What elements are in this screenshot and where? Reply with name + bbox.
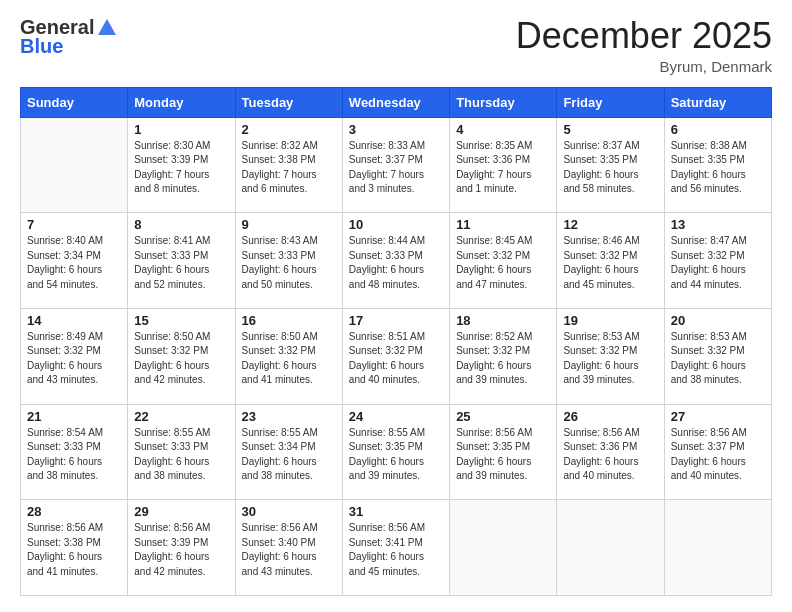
cell-info: Sunrise: 8:56 AMSunset: 3:37 PMDaylight:…: [671, 426, 765, 484]
day-number: 19: [563, 313, 657, 328]
cell-info: Sunrise: 8:46 AMSunset: 3:32 PMDaylight:…: [563, 234, 657, 292]
calendar-cell: 31Sunrise: 8:56 AMSunset: 3:41 PMDayligh…: [342, 500, 449, 596]
day-number: 16: [242, 313, 336, 328]
col-header-friday: Friday: [557, 87, 664, 117]
day-number: 1: [134, 122, 228, 137]
week-row: 7Sunrise: 8:40 AMSunset: 3:34 PMDaylight…: [21, 213, 772, 309]
col-header-sunday: Sunday: [21, 87, 128, 117]
cell-info: Sunrise: 8:43 AMSunset: 3:33 PMDaylight:…: [242, 234, 336, 292]
week-row: 21Sunrise: 8:54 AMSunset: 3:33 PMDayligh…: [21, 404, 772, 500]
cell-info: Sunrise: 8:53 AMSunset: 3:32 PMDaylight:…: [563, 330, 657, 388]
cell-info: Sunrise: 8:55 AMSunset: 3:33 PMDaylight:…: [134, 426, 228, 484]
day-number: 30: [242, 504, 336, 519]
calendar-cell: 14Sunrise: 8:49 AMSunset: 3:32 PMDayligh…: [21, 308, 128, 404]
calendar-cell: 13Sunrise: 8:47 AMSunset: 3:32 PMDayligh…: [664, 213, 771, 309]
day-number: 14: [27, 313, 121, 328]
cell-info: Sunrise: 8:30 AMSunset: 3:39 PMDaylight:…: [134, 139, 228, 197]
day-number: 2: [242, 122, 336, 137]
header-row: SundayMondayTuesdayWednesdayThursdayFrid…: [21, 87, 772, 117]
cell-info: Sunrise: 8:32 AMSunset: 3:38 PMDaylight:…: [242, 139, 336, 197]
calendar-cell: 27Sunrise: 8:56 AMSunset: 3:37 PMDayligh…: [664, 404, 771, 500]
month-title: December 2025: [516, 16, 772, 56]
calendar-cell: [21, 117, 128, 213]
cell-info: Sunrise: 8:49 AMSunset: 3:32 PMDaylight:…: [27, 330, 121, 388]
day-number: 8: [134, 217, 228, 232]
calendar-cell: 21Sunrise: 8:54 AMSunset: 3:33 PMDayligh…: [21, 404, 128, 500]
cell-info: Sunrise: 8:45 AMSunset: 3:32 PMDaylight:…: [456, 234, 550, 292]
calendar-cell: 6Sunrise: 8:38 AMSunset: 3:35 PMDaylight…: [664, 117, 771, 213]
cell-info: Sunrise: 8:55 AMSunset: 3:35 PMDaylight:…: [349, 426, 443, 484]
col-header-monday: Monday: [128, 87, 235, 117]
cell-info: Sunrise: 8:52 AMSunset: 3:32 PMDaylight:…: [456, 330, 550, 388]
day-number: 11: [456, 217, 550, 232]
calendar-cell: 22Sunrise: 8:55 AMSunset: 3:33 PMDayligh…: [128, 404, 235, 500]
col-header-tuesday: Tuesday: [235, 87, 342, 117]
calendar-cell: 4Sunrise: 8:35 AMSunset: 3:36 PMDaylight…: [450, 117, 557, 213]
cell-info: Sunrise: 8:51 AMSunset: 3:32 PMDaylight:…: [349, 330, 443, 388]
calendar-cell: 2Sunrise: 8:32 AMSunset: 3:38 PMDaylight…: [235, 117, 342, 213]
cell-info: Sunrise: 8:56 AMSunset: 3:39 PMDaylight:…: [134, 521, 228, 579]
cell-info: Sunrise: 8:56 AMSunset: 3:36 PMDaylight:…: [563, 426, 657, 484]
day-number: 13: [671, 217, 765, 232]
calendar-cell: [450, 500, 557, 596]
day-number: 17: [349, 313, 443, 328]
day-number: 4: [456, 122, 550, 137]
calendar-cell: 30Sunrise: 8:56 AMSunset: 3:40 PMDayligh…: [235, 500, 342, 596]
calendar-cell: 11Sunrise: 8:45 AMSunset: 3:32 PMDayligh…: [450, 213, 557, 309]
day-number: 21: [27, 409, 121, 424]
calendar-cell: 20Sunrise: 8:53 AMSunset: 3:32 PMDayligh…: [664, 308, 771, 404]
week-row: 28Sunrise: 8:56 AMSunset: 3:38 PMDayligh…: [21, 500, 772, 596]
col-header-thursday: Thursday: [450, 87, 557, 117]
cell-info: Sunrise: 8:41 AMSunset: 3:33 PMDaylight:…: [134, 234, 228, 292]
week-row: 1Sunrise: 8:30 AMSunset: 3:39 PMDaylight…: [21, 117, 772, 213]
day-number: 15: [134, 313, 228, 328]
day-number: 9: [242, 217, 336, 232]
cell-info: Sunrise: 8:38 AMSunset: 3:35 PMDaylight:…: [671, 139, 765, 197]
header: General Blue December 2025 Byrum, Denmar…: [20, 16, 772, 75]
cell-info: Sunrise: 8:50 AMSunset: 3:32 PMDaylight:…: [134, 330, 228, 388]
cell-info: Sunrise: 8:33 AMSunset: 3:37 PMDaylight:…: [349, 139, 443, 197]
cell-info: Sunrise: 8:53 AMSunset: 3:32 PMDaylight:…: [671, 330, 765, 388]
calendar-cell: 9Sunrise: 8:43 AMSunset: 3:33 PMDaylight…: [235, 213, 342, 309]
col-header-saturday: Saturday: [664, 87, 771, 117]
location: Byrum, Denmark: [516, 58, 772, 75]
logo-blue: Blue: [20, 35, 63, 58]
calendar-cell: 15Sunrise: 8:50 AMSunset: 3:32 PMDayligh…: [128, 308, 235, 404]
cell-info: Sunrise: 8:54 AMSunset: 3:33 PMDaylight:…: [27, 426, 121, 484]
calendar-cell: 1Sunrise: 8:30 AMSunset: 3:39 PMDaylight…: [128, 117, 235, 213]
cell-info: Sunrise: 8:37 AMSunset: 3:35 PMDaylight:…: [563, 139, 657, 197]
calendar-cell: 19Sunrise: 8:53 AMSunset: 3:32 PMDayligh…: [557, 308, 664, 404]
cell-info: Sunrise: 8:47 AMSunset: 3:32 PMDaylight:…: [671, 234, 765, 292]
calendar-cell: 24Sunrise: 8:55 AMSunset: 3:35 PMDayligh…: [342, 404, 449, 500]
col-header-wednesday: Wednesday: [342, 87, 449, 117]
calendar-cell: 26Sunrise: 8:56 AMSunset: 3:36 PMDayligh…: [557, 404, 664, 500]
calendar-cell: 10Sunrise: 8:44 AMSunset: 3:33 PMDayligh…: [342, 213, 449, 309]
day-number: 26: [563, 409, 657, 424]
calendar-cell: 25Sunrise: 8:56 AMSunset: 3:35 PMDayligh…: [450, 404, 557, 500]
cell-info: Sunrise: 8:56 AMSunset: 3:40 PMDaylight:…: [242, 521, 336, 579]
cell-info: Sunrise: 8:56 AMSunset: 3:41 PMDaylight:…: [349, 521, 443, 579]
day-number: 5: [563, 122, 657, 137]
day-number: 7: [27, 217, 121, 232]
day-number: 18: [456, 313, 550, 328]
cell-info: Sunrise: 8:40 AMSunset: 3:34 PMDaylight:…: [27, 234, 121, 292]
cell-info: Sunrise: 8:56 AMSunset: 3:38 PMDaylight:…: [27, 521, 121, 579]
day-number: 31: [349, 504, 443, 519]
cell-info: Sunrise: 8:55 AMSunset: 3:34 PMDaylight:…: [242, 426, 336, 484]
day-number: 20: [671, 313, 765, 328]
calendar-cell: 7Sunrise: 8:40 AMSunset: 3:34 PMDaylight…: [21, 213, 128, 309]
calendar-cell: 16Sunrise: 8:50 AMSunset: 3:32 PMDayligh…: [235, 308, 342, 404]
day-number: 10: [349, 217, 443, 232]
calendar-cell: 29Sunrise: 8:56 AMSunset: 3:39 PMDayligh…: [128, 500, 235, 596]
day-number: 22: [134, 409, 228, 424]
day-number: 27: [671, 409, 765, 424]
title-block: December 2025 Byrum, Denmark: [516, 16, 772, 75]
svg-marker-0: [98, 19, 116, 35]
logo-icon: [96, 17, 118, 39]
logo: General Blue: [20, 16, 118, 58]
day-number: 3: [349, 122, 443, 137]
day-number: 23: [242, 409, 336, 424]
page: General Blue December 2025 Byrum, Denmar…: [0, 0, 792, 612]
day-number: 25: [456, 409, 550, 424]
week-row: 14Sunrise: 8:49 AMSunset: 3:32 PMDayligh…: [21, 308, 772, 404]
